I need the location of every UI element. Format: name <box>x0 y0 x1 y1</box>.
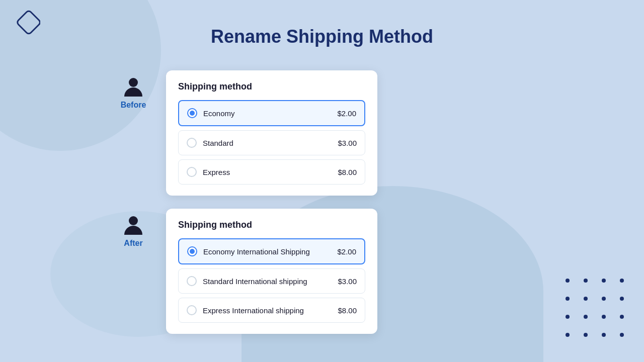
after-option-standard-intl-left: Standard International shipping <box>187 276 307 286</box>
before-option-express-price: $8.00 <box>338 168 357 176</box>
after-radio-economy-intl-inner <box>190 249 195 254</box>
dot-13 <box>566 333 570 337</box>
dot-16 <box>620 333 624 337</box>
dot-14 <box>584 333 588 337</box>
after-radio-standard-intl <box>187 276 197 286</box>
after-shipping-card: Shipping method Economy International Sh… <box>166 209 377 334</box>
dot-10 <box>584 315 588 319</box>
before-option-standard-price: $3.00 <box>338 139 357 147</box>
before-option-express-left: Express <box>187 167 230 177</box>
after-option-standard-intl-name: Standard International shipping <box>203 277 307 286</box>
before-radio-economy-inner <box>190 111 195 116</box>
svg-point-1 <box>129 78 138 87</box>
after-avatar-icon <box>122 214 144 236</box>
after-option-standard-intl-price: $3.00 <box>338 277 357 286</box>
before-avatar-icon <box>122 75 144 98</box>
before-option-standard-name: Standard <box>203 139 233 147</box>
before-option-economy-price: $2.00 <box>337 109 356 118</box>
before-card-title: Shipping method <box>178 81 365 92</box>
after-option-express-intl-left: Express International shipping <box>187 305 304 315</box>
dot-8 <box>620 297 624 301</box>
dot-3 <box>602 279 606 283</box>
after-option-economy-intl[interactable]: Economy International Shipping $2.00 <box>178 238 365 264</box>
before-option-economy[interactable]: Economy $2.00 <box>178 100 365 126</box>
before-option-standard[interactable]: Standard $3.00 <box>178 130 365 155</box>
before-radio-standard <box>187 138 197 148</box>
before-label: Before <box>121 101 146 110</box>
dot-15 <box>602 333 606 337</box>
before-option-express[interactable]: Express $8.00 <box>178 159 365 185</box>
page-title: Rename Shipping Method <box>0 26 644 47</box>
after-option-standard-intl[interactable]: Standard International shipping $3.00 <box>178 268 365 294</box>
after-option-economy-intl-left: Economy International Shipping <box>187 246 310 256</box>
before-radio-economy <box>187 108 197 118</box>
after-option-express-intl-price: $8.00 <box>338 306 357 315</box>
before-person: Before <box>116 70 151 110</box>
dot-1 <box>566 279 570 283</box>
before-shipping-card: Shipping method Economy $2.00 Standard $… <box>166 70 377 196</box>
dot-12 <box>620 315 624 319</box>
dot-4 <box>620 279 624 283</box>
after-radio-economy-intl <box>187 246 197 256</box>
after-option-express-intl[interactable]: Express International shipping $8.00 <box>178 298 365 323</box>
dot-5 <box>566 297 570 301</box>
after-section: After Shipping method Economy Internatio… <box>116 209 377 334</box>
before-option-economy-left: Economy <box>187 108 235 118</box>
svg-point-2 <box>129 216 138 225</box>
before-radio-express <box>187 167 197 177</box>
dot-9 <box>566 315 570 319</box>
after-card-title: Shipping method <box>178 220 365 230</box>
after-label: After <box>124 239 142 248</box>
before-option-economy-name: Economy <box>203 109 235 118</box>
dot-6 <box>584 297 588 301</box>
after-option-economy-intl-price: $2.00 <box>337 247 356 256</box>
before-option-express-name: Express <box>203 168 230 176</box>
before-section: Before Shipping method Economy $2.00 Sta… <box>116 70 377 196</box>
after-radio-express-intl <box>187 305 197 315</box>
after-person: After <box>116 209 151 248</box>
after-option-express-intl-name: Express International shipping <box>203 306 304 315</box>
dot-7 <box>602 297 606 301</box>
dot-2 <box>584 279 588 283</box>
dot-11 <box>602 315 606 319</box>
dot-grid-decoration <box>566 279 629 342</box>
after-option-economy-intl-name: Economy International Shipping <box>203 247 310 256</box>
before-option-standard-left: Standard <box>187 138 233 148</box>
